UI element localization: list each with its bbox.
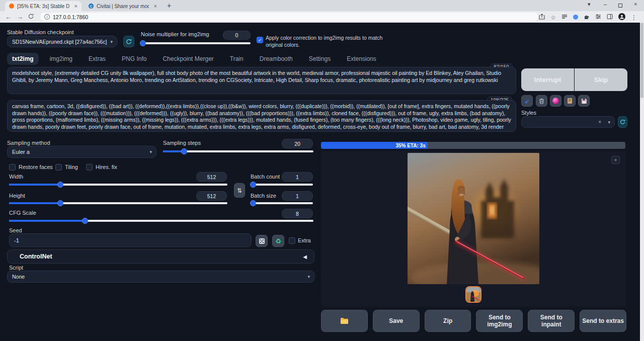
maximize-icon[interactable] (618, 3, 622, 9)
browser-menu-icon[interactable]: ⋮ (631, 14, 637, 21)
batch-count-slider[interactable] (251, 184, 313, 186)
refresh-styles-button[interactable] (618, 116, 627, 128)
batch-count-label: Batch count (251, 174, 280, 180)
send-to-inpaint-button[interactable]: Send to inpaint (528, 310, 575, 332)
browser-tab-sd[interactable]: [35% ETA: 3s] Stable Diffusion × (5, 1, 82, 11)
tab-title: Civitai | Share your models (97, 4, 149, 9)
prompt-textarea[interactable]: modelshoot style, (extremely detailed CG… (7, 67, 516, 94)
cfg-scale-slider[interactable] (9, 220, 313, 222)
styles-dropdown[interactable]: × ▾ (521, 116, 615, 128)
batch-size-value[interactable]: 1 (282, 191, 313, 201)
slider-thumb[interactable] (82, 218, 88, 224)
swap-dimensions-button[interactable]: ⇅ (234, 183, 245, 198)
share-icon[interactable] (539, 14, 545, 21)
reuse-seed-button[interactable]: ♻ (272, 235, 284, 247)
slider-thumb[interactable] (57, 200, 63, 206)
tab-txt2img[interactable]: txt2img (7, 53, 39, 65)
interrupt-button[interactable]: Interrupt (521, 68, 574, 91)
save-style-icon (581, 98, 587, 104)
send-to-extras-button[interactable]: Send to extras (580, 310, 626, 332)
color-correction-checkbox[interactable]: ✓ (257, 37, 263, 43)
save-button[interactable]: Save (373, 310, 420, 332)
apply-style-button[interactable] (564, 95, 576, 107)
close-tab-icon[interactable]: × (154, 4, 157, 9)
tab-png-info[interactable]: PNG Info (117, 53, 151, 65)
sampling-method-dropdown[interactable]: Euler a ▾ (7, 146, 156, 158)
chevron-down-icon[interactable]: ▾ (588, 1, 591, 8)
seed-input[interactable] (9, 233, 252, 247)
back-icon[interactable]: ← (5, 13, 12, 21)
width-slider[interactable] (9, 184, 227, 186)
apps-icon[interactable] (561, 14, 568, 21)
tab-extensions[interactable]: Extensions (342, 53, 381, 65)
new-tab-button[interactable]: + (167, 2, 171, 10)
paste-arrow-icon: ↙ (524, 98, 529, 105)
tiling-checkbox[interactable] (55, 164, 62, 170)
checkpoint-dropdown[interactable]: SD15NewVAEpruned.ckpt [27a4ac756c] ▾ (7, 36, 117, 47)
extra-seed-checkbox[interactable] (289, 237, 295, 244)
refresh-icon (126, 39, 132, 45)
batch-count-value[interactable]: 1 (282, 172, 313, 182)
zip-button[interactable]: Zip (425, 310, 471, 332)
browser-toolbar: ← → i 127.0.0.1:7860 ☆ ⋮ (0, 11, 644, 23)
profile-avatar[interactable] (618, 13, 625, 22)
noise-multiplier-value[interactable]: 0 (223, 31, 251, 40)
scrollbar[interactable] (640, 23, 644, 341)
tab-checkpoint-merger[interactable]: Checkpoint Merger (157, 53, 218, 65)
window-close-icon[interactable]: × (634, 1, 637, 7)
scrollbar-thumb[interactable] (640, 23, 643, 98)
bookmark-star-icon[interactable]: ☆ (550, 14, 556, 21)
height-value[interactable]: 512 (196, 191, 227, 201)
noise-multiplier-slider[interactable] (141, 42, 251, 44)
forward-icon[interactable]: → (17, 13, 23, 21)
tune-icon[interactable] (595, 14, 601, 21)
negative-prompt-textarea[interactable]: canvas frame, cartoon, 3d, ((disfigured)… (7, 100, 516, 132)
extension-blue-icon[interactable] (573, 14, 578, 21)
random-seed-button[interactable] (256, 235, 268, 247)
clear-styles-icon[interactable]: × (598, 119, 601, 125)
tab-settings[interactable]: Settings (304, 53, 336, 65)
batch-size-label: Batch size (251, 193, 276, 199)
generated-image[interactable] (408, 153, 539, 284)
minimize-icon[interactable]: – (604, 1, 607, 7)
tab-img2img[interactable]: img2img (45, 53, 77, 65)
sampling-steps-slider[interactable] (163, 150, 313, 152)
restore-faces-checkbox[interactable] (9, 164, 16, 170)
close-preview-icon[interactable]: × (611, 156, 620, 164)
save-style-button[interactable] (578, 95, 590, 107)
tab-extras[interactable]: Extras (84, 53, 111, 65)
clear-prompt-button[interactable] (536, 95, 547, 107)
cfg-scale-value[interactable]: 8 (282, 209, 313, 218)
batch-size-slider[interactable] (251, 202, 313, 204)
sidebar-panel-icon[interactable] (607, 14, 613, 21)
slider-thumb[interactable] (140, 40, 146, 46)
civitai-favicon-icon: C (89, 4, 94, 9)
open-folder-button[interactable] (321, 310, 368, 332)
controlnet-accordion[interactable]: ControlNet ◀ (7, 249, 314, 264)
paste-params-button[interactable]: ↙ (521, 95, 533, 107)
close-tab-icon[interactable]: × (74, 4, 77, 9)
reload-icon[interactable] (28, 13, 34, 21)
script-dropdown[interactable]: None ▾ (7, 271, 314, 283)
slider-thumb[interactable] (250, 200, 256, 206)
refresh-checkpoints-button[interactable] (123, 36, 134, 47)
info-icon[interactable]: i (44, 14, 50, 20)
noise-multiplier-label: Noise multiplier for img2img (141, 31, 209, 37)
sampling-steps-value[interactable]: 20 (282, 139, 313, 148)
send-to-img2img-button[interactable]: Send to img2img (476, 310, 523, 332)
slider-thumb[interactable] (181, 148, 187, 154)
gallery-thumbnail[interactable] (465, 286, 481, 303)
width-value[interactable]: 512 (196, 172, 227, 182)
height-slider[interactable] (9, 202, 227, 204)
browser-tab-civitai[interactable]: C Civitai | Share your models × (85, 1, 161, 11)
tab-train[interactable]: Train (225, 53, 249, 65)
puzzle-extensions-icon[interactable] (584, 14, 590, 21)
address-bar[interactable]: i 127.0.0.1:7860 (40, 13, 538, 21)
slider-thumb[interactable] (57, 182, 63, 188)
script-value: None (12, 274, 25, 280)
hires-fix-checkbox[interactable] (86, 164, 93, 170)
tab-dreambooth[interactable]: Dreambooth (255, 53, 298, 65)
skip-button[interactable]: Skip (575, 68, 627, 91)
slider-thumb[interactable] (250, 182, 256, 188)
extra-networks-button[interactable] (550, 95, 561, 107)
